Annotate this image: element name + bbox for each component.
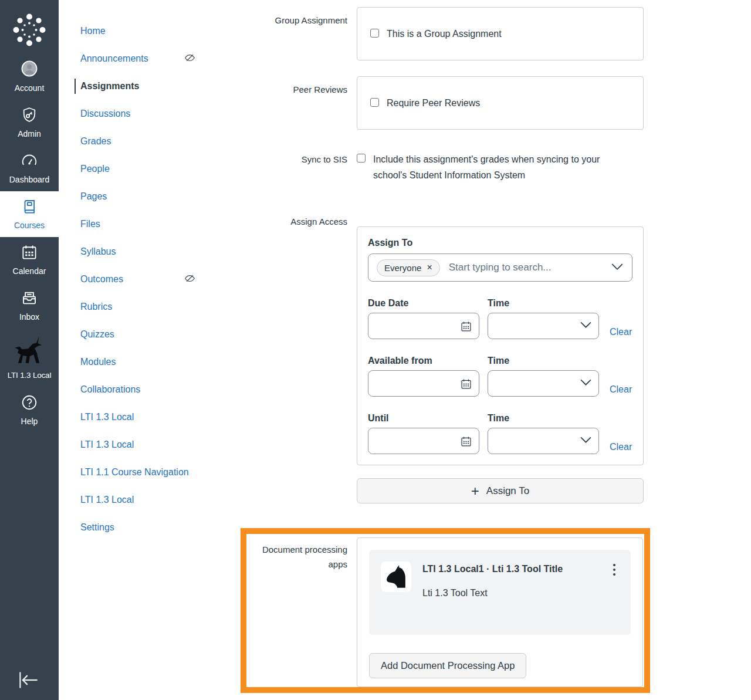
assignment-settings-form: Group Assignment This is a Group Assignm… (235, 0, 751, 700)
course-nav-lti-11-course-navigation[interactable]: LTI 1.1 Course Navigation (80, 465, 207, 480)
time-label: Time (488, 356, 599, 366)
course-nav-modules[interactable]: Modules (80, 354, 207, 370)
peer-reviews-checkbox[interactable] (370, 98, 379, 107)
until-label: Until (368, 413, 479, 424)
document-processing-box: LTI 1.3 Local1 · Lti 1.3 Tool Title Lti … (357, 537, 643, 687)
course-nav-people[interactable]: People (80, 161, 207, 177)
sidebar-item-lti-13-local[interactable]: LTI 1.3 Local (0, 329, 59, 387)
due-time-select[interactable] (488, 313, 599, 339)
until-input[interactable] (368, 428, 479, 454)
tool-subtitle: Lti 1.3 Tool Text (422, 588, 568, 598)
course-nav-announcements[interactable]: Announcements (80, 51, 207, 66)
group-assignment-box: This is a Group Assignment (357, 7, 644, 60)
due-date-group: Due Date (368, 298, 632, 339)
course-nav-lti-13-local-2[interactable]: LTI 1.3 Local (80, 437, 207, 452)
add-document-processing-app-button[interactable]: Add Document Processing App (369, 653, 526, 678)
inbox-icon (21, 289, 38, 309)
document-processing-label: Document processing apps (246, 537, 347, 687)
until-clear-link[interactable]: Clear (610, 442, 632, 452)
calendar-icon[interactable] (460, 435, 472, 450)
sidebar-label: Courses (14, 221, 45, 230)
course-nav-label: Outcomes (80, 274, 123, 284)
course-nav-files[interactable]: Files (80, 217, 207, 232)
assign-access-label: Assign Access (246, 216, 347, 503)
sync-to-sis-checkbox[interactable] (357, 154, 366, 163)
assign-access-box: Assign To Everyone × Start typing to sea… (357, 226, 644, 465)
checkbox-label: Require Peer Reviews (387, 95, 480, 111)
until-time-select[interactable] (488, 428, 599, 454)
document-processing-highlight: Document processing apps LTI 1.3 (241, 528, 650, 693)
sidebar-label: Calendar (13, 266, 46, 276)
chevron-down-icon[interactable] (611, 262, 624, 273)
kebab-menu-icon[interactable] (610, 562, 619, 578)
collapse-left-arrow-icon[interactable] (15, 669, 42, 693)
sidebar-label: LTI 1.3 Local (8, 371, 51, 380)
sidebar-item-inbox[interactable]: Inbox (0, 283, 59, 329)
chevron-down-icon[interactable] (580, 435, 592, 446)
course-nav-lti-13-local-3[interactable]: LTI 1.3 Local (80, 492, 207, 508)
peer-reviews-box: Require Peer Reviews (357, 76, 644, 130)
course-nav-syllabus[interactable]: Syllabus (80, 244, 207, 259)
checkbox-label: This is a Group Assignment (387, 26, 502, 42)
due-date-clear-link[interactable]: Clear (610, 327, 632, 337)
avatar-icon (20, 59, 39, 80)
until-group: Until (368, 413, 632, 454)
search-placeholder: Start typing to search... (449, 262, 552, 273)
due-date-label: Due Date (368, 298, 479, 309)
course-nav-settings[interactable]: Settings (80, 520, 207, 535)
question-icon (21, 394, 38, 414)
course-nav-outcomes[interactable]: Outcomes (80, 272, 207, 287)
gauge-icon (21, 152, 38, 172)
sidebar-label: Account (15, 83, 45, 93)
peer-reviews-checkbox-row[interactable]: Require Peer Reviews (370, 95, 480, 111)
sidebar-item-dashboard[interactable]: Dashboard (0, 146, 59, 191)
hidden-eye-slash-icon (184, 52, 196, 69)
available-from-input[interactable] (368, 370, 479, 397)
course-nav-discussions[interactable]: Discussions (80, 106, 207, 121)
assign-access-row: Assign Access Assign To Everyone × Start… (241, 216, 751, 503)
course-nav-quizzes[interactable]: Quizzes (80, 327, 207, 342)
calendar-icon[interactable] (460, 320, 472, 335)
chevron-down-icon[interactable] (580, 320, 592, 331)
group-assignment-checkbox[interactable] (370, 29, 379, 38)
sidebar-item-account[interactable]: Account (0, 53, 59, 100)
course-nav-home[interactable]: Home (80, 23, 207, 39)
course-nav-grades[interactable]: Grades (80, 134, 207, 149)
calendar-icon[interactable] (460, 378, 472, 393)
course-nav-collaborations[interactable]: Collaborations (80, 382, 207, 397)
group-assignment-checkbox-row[interactable]: This is a Group Assignment (370, 26, 502, 42)
book-icon (21, 198, 38, 218)
course-nav-pages[interactable]: Pages (80, 189, 207, 204)
tool-text-block: LTI 1.3 Local1 · Lti 1.3 Tool Title Lti … (422, 562, 568, 598)
shield-key-icon (21, 106, 38, 126)
add-assign-to-button[interactable]: + Assign To (357, 478, 644, 503)
sidebar-item-admin[interactable]: Admin (0, 100, 59, 146)
sync-to-sis-checkbox-row[interactable]: Include this assignment's grades when sy… (357, 151, 644, 183)
course-nav-rubrics[interactable]: Rubrics (80, 299, 207, 315)
sidebar-item-courses[interactable]: Courses (0, 191, 59, 237)
canvas-logo-icon[interactable] (12, 13, 46, 47)
everyone-tag: Everyone × (377, 259, 440, 276)
course-nav-label: Announcements (80, 53, 148, 63)
course-nav-lti-13-local-1[interactable]: LTI 1.3 Local (80, 410, 207, 425)
sidebar-item-help[interactable]: Help (0, 387, 59, 433)
lti-tool-card: LTI 1.3 Local1 · Lti 1.3 Tool Title Lti … (369, 550, 631, 635)
remove-tag-icon[interactable]: × (427, 263, 432, 272)
due-date-input[interactable] (368, 313, 479, 339)
tag-label: Everyone (384, 263, 421, 273)
canvas-assignment-edit-page: Account Admin Dashboard (0, 0, 751, 700)
chevron-down-icon[interactable] (580, 378, 592, 388)
plus-icon: + (471, 485, 479, 497)
available-from-label: Available from (368, 356, 479, 366)
peer-reviews-row: Peer Reviews Require Peer Reviews (241, 76, 751, 130)
sync-to-sis-label: Sync to SIS (246, 151, 347, 183)
available-from-clear-link[interactable]: Clear (610, 384, 632, 395)
add-assign-to-label: Assign To (486, 485, 529, 497)
course-nav-assignments[interactable]: Assignments (75, 79, 201, 94)
sidebar-item-calendar[interactable]: Calendar (0, 237, 59, 283)
peer-reviews-label: Peer Reviews (246, 76, 347, 130)
available-from-time-select[interactable] (488, 370, 599, 397)
unicorn-head-icon (381, 562, 411, 592)
assign-to-combobox[interactable]: Everyone × Start typing to search... (368, 253, 632, 282)
group-assignment-row: Group Assignment This is a Group Assignm… (241, 7, 751, 60)
